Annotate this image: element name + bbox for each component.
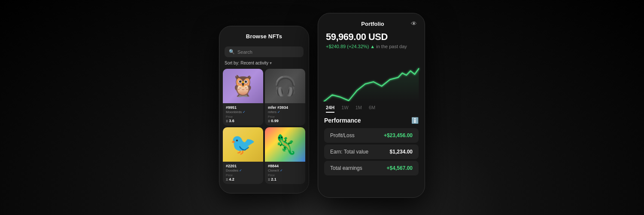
portfolio-chart (318, 50, 425, 101)
search-placeholder: Search (237, 49, 252, 55)
verified-icon-mfer: ✓ (277, 110, 280, 114)
nft-id-mfer: mfer #3934 (268, 105, 302, 110)
performance-section: Performance ℹ️ Profit/Loss +$23,456.00 E… (318, 117, 425, 175)
perf-row-profit-loss: Profit/Loss +$23,456.00 (324, 128, 419, 143)
browse-nfts-title: Browse NFTs (225, 33, 303, 40)
nft-price-label-mfer: Price (268, 115, 302, 118)
perf-row-total-earnings: Total earnings +$4,567.00 (324, 161, 419, 175)
nft-grid: 🦉 #9951 Moonbirds ✓ Price Ξ 3.6 (219, 69, 309, 184)
perf-value-profit: +$23,456.00 (384, 132, 413, 138)
browse-nfts-phone: Browse NFTs 🔍 Search Sort by: Recent act… (219, 26, 309, 194)
portfolio-change-arrow: ▲ (370, 44, 375, 49)
nft-id-colorful: #8844 (268, 164, 302, 168)
nft-id-moonbird: #9951 (226, 105, 260, 110)
perf-value-total-earnings: +$4,567.00 (387, 165, 413, 171)
nft-price-label-doodle: Price (226, 174, 260, 177)
nft-info-doodle: #2201 Doodles ✓ Price Ξ 4.2 (223, 162, 263, 184)
sort-label: Sort by: (225, 61, 240, 65)
perf-label-earn: Earn: Total value (330, 149, 368, 155)
portfolio-change-amount: +$240.89 (+24.32%) (326, 44, 369, 49)
perf-label-profit: Profit/Loss (330, 132, 355, 138)
portfolio-value-section: 59,969.00 USD +$240.89 (+24.32%) ▲ in th… (318, 31, 425, 50)
nft-info-moonbird: #9951 Moonbirds ✓ Price Ξ 3.6 (223, 103, 263, 126)
nft-price-mfer: Ξ 0.99 (268, 119, 302, 123)
nft-collection-moonbird: Moonbirds ✓ (226, 110, 260, 114)
nft-collection-doodle: Doodles ✓ (226, 169, 260, 172)
nft-price-label-colorful: Price (268, 174, 302, 177)
nft-image-mfer: 🎧 (265, 69, 305, 103)
nft-price-label-moonbird: Price (226, 115, 260, 118)
nft-image-doodle: 🐦 (223, 127, 263, 162)
nft-id-doodle: #2201 (226, 164, 260, 168)
nft-price-moonbird: Ξ 3.6 (226, 119, 260, 123)
performance-header: Performance ℹ️ (324, 117, 419, 124)
phones-container: Browse NFTs 🔍 Search Sort by: Recent act… (219, 13, 425, 202)
nft-info-mfer: mfer #3934 mfers ✓ Price Ξ 0.99 (265, 103, 305, 126)
nft-card-colorful[interactable]: 🦎 #8844 CloneX ✓ Price Ξ 2.1 (265, 127, 305, 184)
browse-nfts-header: Browse NFTs (219, 26, 309, 44)
nft-card-mfer[interactable]: 🎧 mfer #3934 mfers ✓ Price Ξ 0.99 (265, 69, 305, 126)
eye-icon[interactable]: 👁 (411, 20, 417, 27)
sort-bar: Sort by: Recent activity ▾ (219, 61, 309, 69)
nft-card-moonbird[interactable]: 🦉 #9951 Moonbirds ✓ Price Ξ 3.6 (223, 69, 263, 126)
eth-icon-colorful: Ξ (268, 178, 270, 181)
eth-icon-moonbird: Ξ (226, 119, 228, 123)
portfolio-title: Portfolio (334, 21, 411, 27)
portfolio-change-period: in the past day (376, 44, 407, 49)
verified-icon-doodle: ✓ (239, 169, 242, 172)
search-bar[interactable]: 🔍 Search (225, 46, 304, 57)
portfolio-usd-value: 59,969.00 USD (326, 31, 417, 43)
nft-image-colorful: 🦎 (265, 127, 305, 162)
nft-price-colorful: Ξ 2.1 (268, 177, 302, 181)
nft-card-doodle[interactable]: 🐦 #2201 Doodles ✓ Price Ξ 4.2 (223, 127, 263, 184)
perf-row-earn-total: Earn: Total value $1,234.00 (324, 144, 419, 159)
nft-image-moonbird: 🦉 (223, 69, 263, 103)
nft-collection-mfer: mfers ✓ (268, 110, 302, 114)
portfolio-change: +$240.89 (+24.32%) ▲ in the past day (326, 44, 417, 49)
nft-price-doodle: Ξ 4.2 (226, 177, 260, 181)
nft-info-colorful: #8844 CloneX ✓ Price Ξ 2.1 (265, 162, 305, 184)
perf-label-total-earnings: Total earnings (330, 165, 362, 171)
portfolio-header: Portfolio 👁 (318, 13, 425, 31)
sort-value: Recent activity (240, 61, 268, 65)
perf-value-earn: $1,234.00 (390, 149, 413, 155)
performance-title: Performance (324, 117, 361, 124)
portfolio-phone: Portfolio 👁 59,969.00 USD +$240.89 (+24.… (318, 13, 425, 198)
search-icon: 🔍 (229, 49, 235, 55)
time-tab-24h[interactable]: 24H (326, 105, 334, 113)
time-tab-6m[interactable]: 6M (369, 105, 375, 113)
time-tabs: 24H 1W 1M 6M (318, 101, 425, 117)
time-tab-1m[interactable]: 1M (355, 105, 362, 113)
verified-icon-moonbird: ✓ (243, 110, 246, 114)
eth-icon-doodle: Ξ (226, 178, 228, 181)
eth-icon-mfer: Ξ (268, 119, 270, 123)
time-tab-1w[interactable]: 1W (341, 105, 349, 113)
info-icon[interactable]: ℹ️ (411, 117, 419, 124)
verified-icon-colorful: ✓ (280, 169, 283, 172)
chart-svg (320, 53, 423, 101)
nft-collection-colorful: CloneX ✓ (268, 169, 302, 172)
